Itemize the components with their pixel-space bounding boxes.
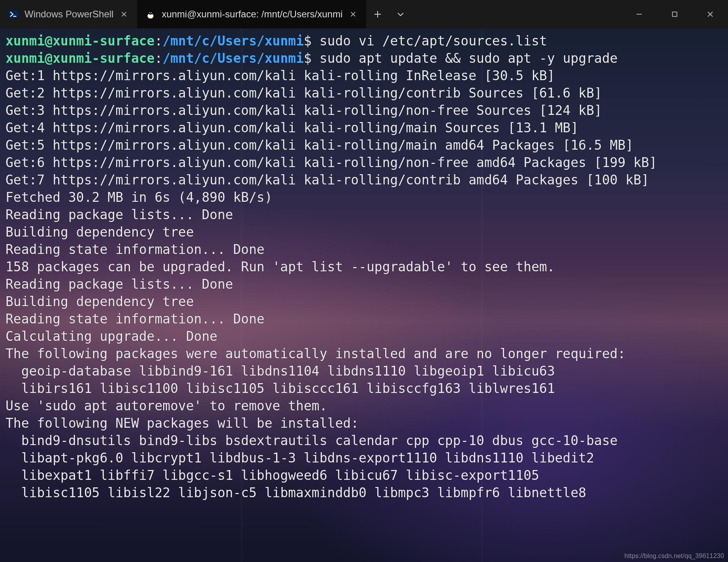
minimize-button[interactable] bbox=[621, 0, 657, 28]
terminal-output: xunmi@xunmi-surface:/mnt/c/Users/xunmi$ … bbox=[0, 28, 728, 506]
powershell-icon bbox=[8, 9, 19, 20]
tab-dropdown-button[interactable] bbox=[389, 0, 412, 28]
new-tab-button[interactable] bbox=[366, 0, 389, 28]
close-window-button[interactable] bbox=[692, 0, 728, 28]
svg-point-5 bbox=[151, 12, 152, 13]
svg-rect-7 bbox=[672, 12, 677, 16]
svg-point-3 bbox=[149, 10, 153, 15]
titlebar: Windows PowerShell xunmi@xunmi-surface: … bbox=[0, 0, 728, 28]
tab-close-button[interactable] bbox=[348, 9, 358, 19]
tab-label: xunmi@xunmi-surface: /mnt/c/Users/xunmi bbox=[162, 9, 342, 20]
maximize-button[interactable] bbox=[657, 0, 692, 28]
window-controls bbox=[621, 0, 728, 28]
svg-point-4 bbox=[149, 12, 150, 13]
tux-icon bbox=[145, 9, 156, 20]
tab-close-button[interactable] bbox=[119, 9, 129, 19]
watermark-text: https://blog.csdn.net/qq_39611230 bbox=[625, 553, 724, 560]
tab-wsl[interactable]: xunmi@xunmi-surface: /mnt/c/Users/xunmi bbox=[137, 0, 366, 28]
tab-powershell[interactable]: Windows PowerShell bbox=[0, 0, 137, 28]
tab-label: Windows PowerShell bbox=[24, 9, 113, 20]
terminal-pane[interactable]: xunmi@xunmi-surface:/mnt/c/Users/xunmi$ … bbox=[0, 28, 728, 562]
tab-strip: Windows PowerShell xunmi@xunmi-surface: … bbox=[0, 0, 412, 28]
